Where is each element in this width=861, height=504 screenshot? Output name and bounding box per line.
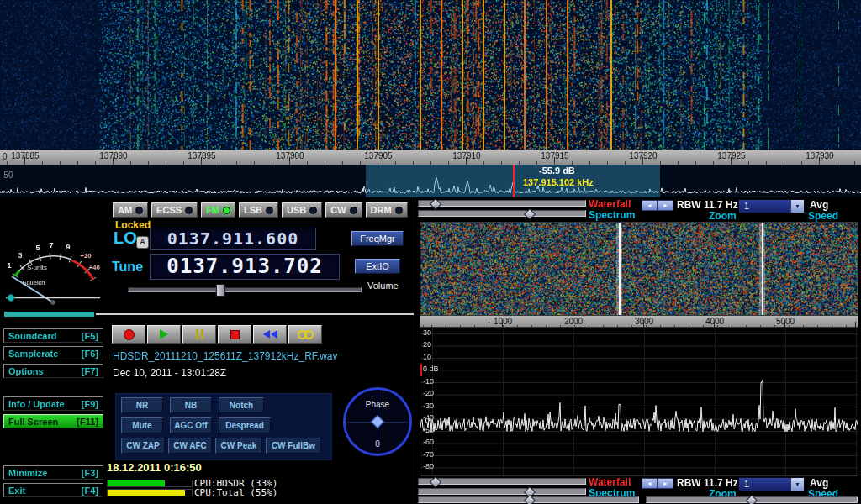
s-units-label: S-units <box>27 264 47 271</box>
play-button[interactable] <box>147 325 181 344</box>
speed-label: Speed <box>808 210 838 222</box>
mode-label: CW <box>330 205 346 215</box>
phase-value: 0 <box>343 439 412 449</box>
volume-slider[interactable] <box>128 287 362 292</box>
lo-lock-badge-icon[interactable]: A <box>136 236 149 249</box>
avg-dropdown[interactable]: 1 ▼ <box>738 199 805 213</box>
freq-tick-label: 137905 <box>364 151 392 160</box>
info-update-button[interactable]: Info / Update [F9] <box>3 396 103 411</box>
stop-button[interactable] <box>218 325 251 344</box>
s-meter-scale-label: 5 <box>35 244 40 252</box>
nb-button[interactable]: NB <box>170 397 212 413</box>
mode-led-icon <box>223 207 230 214</box>
scroll-left-button[interactable]: ◄ <box>642 478 658 489</box>
zoom-slider[interactable] <box>418 496 639 503</box>
chevron-down-icon[interactable]: ▼ <box>790 478 804 491</box>
phase-dial[interactable]: Phase 0 <box>343 387 412 456</box>
cw-peak-button[interactable]: CW Peak <box>215 438 262 454</box>
waterfall-tab[interactable]: Waterfall <box>589 198 631 210</box>
samplerate-button[interactable]: Samplerate [F6] <box>3 346 103 360</box>
exit-button[interactable]: Exit [F4] <box>3 483 103 497</box>
rf-waterfall-display[interactable] <box>0 0 861 150</box>
scroll-right-button[interactable]: ► <box>658 478 673 489</box>
slider-thumb[interactable] <box>430 476 441 488</box>
audio-display-controls-top: Waterfall Spectrum ◄ ► RBW 11.7 Hz Zoom … <box>416 199 861 222</box>
rf-frequency-scale[interactable]: 0 137885 137890 137895 137900 137905 137… <box>0 150 861 165</box>
cw-zap-button[interactable]: CW ZAP <box>121 438 165 454</box>
avg-dropdown-value: 1 <box>739 478 790 491</box>
volume-slider-thumb[interactable] <box>216 284 225 297</box>
squelch-label: Squelch <box>22 279 45 286</box>
slider-thumb[interactable] <box>524 495 536 504</box>
contrast-slider[interactable] <box>418 210 586 217</box>
slider-thumb[interactable] <box>430 198 441 210</box>
button-hotkey: [F5] <box>82 331 98 341</box>
loop-button[interactable] <box>288 325 322 344</box>
mode-label: FM <box>206 205 219 215</box>
squelch-slider-thumb[interactable] <box>8 295 14 302</box>
extio-button[interactable]: ExtIO <box>355 259 400 274</box>
freq-tick-label: 137885 <box>11 151 39 160</box>
notch-button[interactable]: Notch <box>219 397 264 413</box>
minimize-button[interactable]: Minimize [F3] <box>3 465 103 480</box>
audio-tick-label: 2000 <box>564 317 583 326</box>
mode-ecss-button[interactable]: ECSS <box>151 202 198 218</box>
nr-button[interactable]: NR <box>121 397 163 413</box>
wav-file-timestamp: Dec 10, 2011 - 13:01:28Z <box>113 367 226 379</box>
chevron-down-icon[interactable]: ▼ <box>790 200 804 213</box>
agc-off-button[interactable]: AGC Off <box>170 417 212 433</box>
mode-fm-button[interactable]: FM <box>201 202 235 218</box>
mute-button[interactable]: Mute <box>121 417 163 433</box>
pan-slider[interactable] <box>646 496 858 503</box>
rf-spectrum-preview[interactable]: -50 -55.9 dB 137.915.102 kHz <box>0 165 861 197</box>
freqmgr-button[interactable]: FreqMgr <box>351 231 404 246</box>
fullscreen-button[interactable]: Full Screen [F11] <box>3 414 103 428</box>
record-button[interactable] <box>112 325 145 344</box>
avg-dropdown[interactable]: 1 ▼ <box>738 477 805 491</box>
cpu-hdsdr-bar <box>107 480 193 487</box>
tune-frequency-display[interactable]: 0137.913.702 <box>150 254 340 280</box>
brightness-slider[interactable] <box>418 478 586 485</box>
freq-tick-label: 137895 <box>188 151 215 160</box>
mode-usb-button[interactable]: USB <box>282 202 322 218</box>
freq-tick-label: 137920 <box>629 151 657 160</box>
cw-fullbw-button[interactable]: CW FullBw <box>266 438 321 454</box>
record-icon <box>124 329 135 340</box>
rbw-readout: RBW 11.7 Hz <box>677 477 738 489</box>
panel-divider <box>415 197 415 504</box>
button-label: Info / Update <box>8 399 65 409</box>
slider-thumb[interactable] <box>524 208 536 220</box>
spectrum-tab[interactable]: Spectrum <box>589 209 635 221</box>
separator-line <box>96 313 414 315</box>
scroll-left-button[interactable]: ◄ <box>642 200 658 211</box>
scroll-right-button[interactable]: ► <box>658 200 673 211</box>
audio-waterfall-display[interactable] <box>420 223 858 315</box>
pause-icon <box>196 329 203 339</box>
brightness-slider[interactable] <box>418 200 586 207</box>
dsp-button-panel: NR NB Notch Mute AGC Off Despread CW ZAP… <box>115 393 332 460</box>
db-axis-zero: 0 <box>3 152 8 161</box>
pause-button[interactable] <box>182 325 216 344</box>
soundcard-button[interactable]: Soundcard [F5] <box>3 328 103 343</box>
mode-cw-button[interactable]: CW <box>325 202 362 218</box>
rewind-button[interactable] <box>253 325 287 344</box>
waterfall-tab[interactable]: Waterfall <box>589 476 631 488</box>
audio-frequency-scale[interactable]: 1000 2000 3000 4000 5000 <box>420 316 858 328</box>
s-meter-scale-label: 1 <box>7 261 11 270</box>
button-label: Options <box>8 366 44 376</box>
cursor-level-readout: -55.9 dB <box>539 165 575 176</box>
contrast-slider[interactable] <box>418 488 586 495</box>
slider-thumb[interactable] <box>746 495 758 504</box>
button-label: Exit <box>8 486 25 496</box>
tune-cursor-line[interactable] <box>513 165 515 197</box>
mode-drm-button[interactable]: DRM <box>366 202 408 218</box>
despread-button[interactable]: Despread <box>219 417 271 433</box>
cw-afc-button[interactable]: CW AFC <box>168 438 212 454</box>
options-button[interactable]: Options [F7] <box>3 364 103 378</box>
mode-am-button[interactable]: AM <box>113 202 148 218</box>
mode-lsb-button[interactable]: LSB <box>239 202 278 218</box>
freq-tick-label: 137930 <box>806 151 833 160</box>
audio-spectrum-display[interactable] <box>420 328 858 475</box>
wav-filename: HDSDR_20111210_125611Z_137912kHz_RF.wav <box>113 350 338 362</box>
lo-frequency-display[interactable]: 0137.911.600 <box>150 228 316 250</box>
